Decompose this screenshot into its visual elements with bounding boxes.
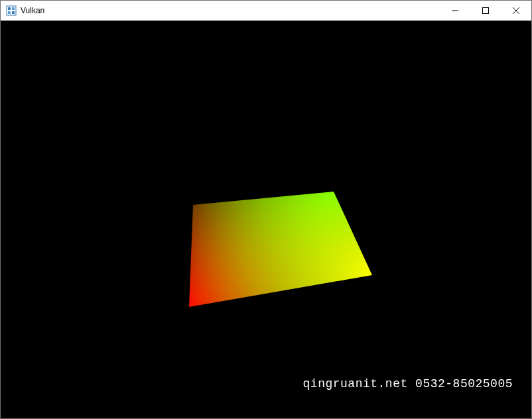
application-window: Vulkan: [0, 0, 532, 419]
titlebar-buttons: [440, 1, 531, 21]
close-icon: [513, 7, 519, 14]
titlebar-left: Vulkan: [6, 5, 44, 16]
close-button[interactable]: [501, 1, 531, 21]
svg-rect-3: [8, 11, 11, 14]
svg-rect-1: [8, 7, 11, 10]
minimize-button[interactable]: [440, 1, 470, 21]
titlebar[interactable]: Vulkan: [1, 1, 531, 21]
render-surface: [1, 21, 531, 418]
render-viewport: qingruanit.net 0532-85025005: [1, 21, 531, 418]
svg-rect-4: [12, 11, 15, 14]
svg-rect-6: [483, 8, 489, 14]
svg-rect-2: [12, 7, 15, 10]
maximize-button[interactable]: [470, 1, 501, 21]
watermark-text: qingruanit.net 0532-85025005: [303, 377, 513, 390]
minimize-icon: [452, 7, 458, 14]
app-icon: [6, 5, 17, 16]
maximize-icon: [482, 7, 489, 14]
window-title: Vulkan: [21, 6, 44, 15]
